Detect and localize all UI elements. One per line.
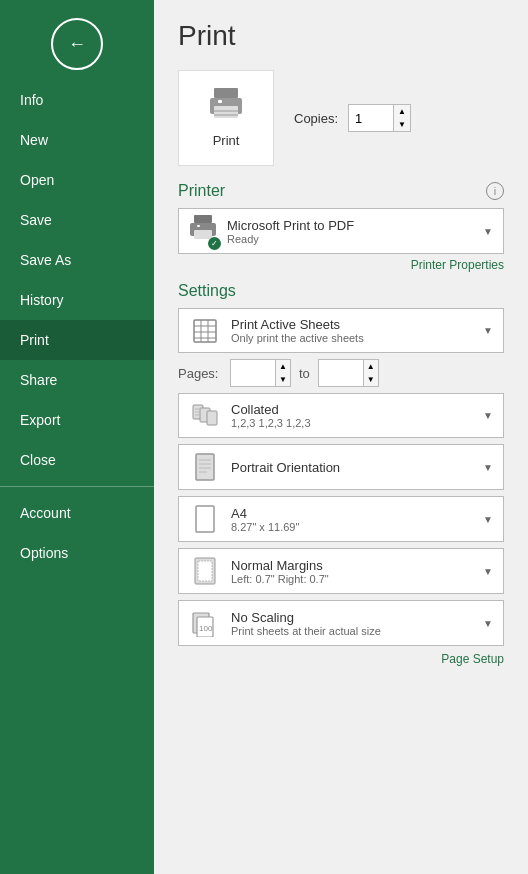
pages-from-input[interactable] [231,360,275,386]
svg-rect-3 [218,100,222,103]
print-active-sheets-arrow: ▼ [483,325,493,336]
collated-icon [192,403,218,429]
printer-properties-link[interactable]: Printer Properties [178,258,504,272]
svg-rect-29 [198,561,212,581]
pages-label: Pages: [178,366,222,381]
print-button-label: Print [213,133,240,148]
margins-text: Normal Margins Left: 0.7" Right: 0.7" [231,558,483,585]
sidebar: ← Info New Open Save Save As History Pri… [0,0,154,874]
svg-rect-10 [194,320,216,342]
margins-title: Normal Margins [231,558,483,573]
pages-from-wrap: ▲ ▼ [230,359,291,387]
main-content: Print Print Copies: ▲ ▼ [154,0,528,874]
sidebar-item-open[interactable]: Open [0,160,154,200]
sidebar-item-options[interactable]: Options [0,533,154,573]
sidebar-item-save-as[interactable]: Save As [0,240,154,280]
pages-from-up[interactable]: ▲ [276,360,290,373]
collated-subtitle: 1,2,3 1,2,3 1,2,3 [231,417,483,429]
svg-rect-6 [194,215,212,223]
back-button[interactable]: ← [51,18,103,70]
copies-up-button[interactable]: ▲ [394,105,410,118]
printer-name: Microsoft Print to PDF [227,218,483,233]
collated-dropdown[interactable]: Collated 1,2,3 1,2,3 1,2,3 ▼ [178,393,504,438]
pages-to-label: to [299,366,310,381]
svg-rect-27 [196,506,214,532]
printer-info: Microsoft Print to PDF Ready [227,218,483,245]
sidebar-item-save[interactable]: Save [0,200,154,240]
print-active-sheets-text: Print Active Sheets Only print the activ… [231,317,483,344]
pages-from-down[interactable]: ▼ [276,373,290,386]
copies-down-button[interactable]: ▼ [394,118,410,131]
margins-icon-wrap [189,557,221,585]
paper-size-dropdown[interactable]: A4 8.27" x 11.69" ▼ [178,496,504,542]
pages-from-spinner: ▲ ▼ [275,360,290,386]
scaling-title: No Scaling [231,610,483,625]
print-active-sheets-title: Print Active Sheets [231,317,483,332]
print-active-sheets-subtitle: Only print the active sheets [231,332,483,344]
collated-icon-wrap [189,403,221,429]
scaling-arrow: ▼ [483,618,493,629]
sidebar-item-print[interactable]: Print [0,320,154,360]
printer-icon-wrap: ✓ [189,215,217,247]
paper-size-text: A4 8.27" x 11.69" [231,506,483,533]
svg-rect-5 [214,114,238,116]
printer-icon [208,88,244,127]
orientation-arrow: ▼ [483,462,493,473]
margins-icon [194,557,216,585]
orientation-icon [194,453,216,481]
info-icon[interactable]: i [486,182,504,200]
settings-section-title: Settings [178,282,504,300]
pages-to-input[interactable] [319,360,363,386]
paper-icon-wrap [189,505,221,533]
paper-size-title: A4 [231,506,483,521]
sidebar-item-export[interactable]: Export [0,400,154,440]
print-area: Print Copies: ▲ ▼ [178,70,504,166]
sidebar-divider [0,486,154,487]
collated-title: Collated [231,402,483,417]
svg-rect-4 [214,110,238,112]
sidebar-item-history[interactable]: History [0,280,154,320]
pages-to-down[interactable]: ▼ [364,373,378,386]
print-active-sheets-dropdown[interactable]: Print Active Sheets Only print the activ… [178,308,504,353]
copies-spinner: ▲ ▼ [393,105,410,131]
orientation-icon-wrap [189,453,221,481]
paper-icon [194,505,216,533]
print-button[interactable]: Print [178,70,274,166]
orientation-dropdown[interactable]: Portrait Orientation ▼ [178,444,504,490]
page-setup-link[interactable]: Page Setup [178,652,504,666]
paper-size-arrow: ▼ [483,514,493,525]
svg-text:100: 100 [199,624,213,633]
printer-ready-icon: ✓ [208,237,221,250]
pages-to-spinner: ▲ ▼ [363,360,378,386]
copies-input[interactable] [349,105,393,131]
collated-arrow: ▼ [483,410,493,421]
sidebar-item-new[interactable]: New [0,120,154,160]
printer-dropdown[interactable]: ✓ Microsoft Print to PDF Ready ▼ [178,208,504,254]
scaling-dropdown[interactable]: 100 No Scaling Print sheets at their act… [178,600,504,646]
margins-dropdown[interactable]: Normal Margins Left: 0.7" Right: 0.7" ▼ [178,548,504,594]
collated-text: Collated 1,2,3 1,2,3 1,2,3 [231,402,483,429]
svg-rect-0 [214,88,238,98]
pages-to-wrap: ▲ ▼ [318,359,379,387]
margins-subtitle: Left: 0.7" Right: 0.7" [231,573,483,585]
svg-rect-22 [196,454,214,480]
copies-area: Copies: ▲ ▼ [294,104,411,132]
sheets-icon-wrap [189,318,221,344]
sidebar-item-close[interactable]: Close [0,440,154,480]
scaling-icon-wrap: 100 [189,609,221,637]
printer-section-title: Printer i [178,182,504,200]
svg-rect-18 [207,411,217,425]
scaling-subtitle: Print sheets at their actual size [231,625,483,637]
sidebar-item-info[interactable]: Info [0,80,154,120]
printer-dropdown-arrow: ▼ [483,226,493,237]
sidebar-nav: Info New Open Save Save As History Print… [0,80,154,874]
pages-to-up[interactable]: ▲ [364,360,378,373]
orientation-text: Portrait Orientation [231,460,483,475]
sidebar-item-account[interactable]: Account [0,493,154,533]
sidebar-item-share[interactable]: Share [0,360,154,400]
paper-size-subtitle: 8.27" x 11.69" [231,521,483,533]
pages-row: Pages: ▲ ▼ to ▲ ▼ [178,359,504,387]
svg-rect-9 [197,225,200,227]
scaling-icon: 100 [192,609,218,637]
page-title: Print [178,20,504,52]
